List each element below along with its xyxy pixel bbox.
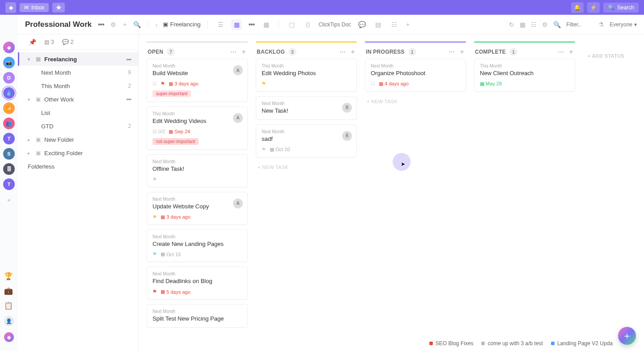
search-icon[interactable]: 🔍 (553, 21, 561, 28)
assignee-avatar[interactable]: A (233, 65, 243, 75)
due-date[interactable]: ▦ 5 days ago (161, 289, 191, 295)
assignee-scope[interactable]: Everyone ▾ (610, 21, 637, 28)
app-logo-icon[interactable]: ◆ (5, 2, 16, 13)
show-icon[interactable]: ⚙ (542, 21, 548, 28)
sidebar-item[interactable]: ▸▣Exciting Folder (18, 146, 138, 160)
workspace-chip[interactable]: 🗄 (3, 163, 15, 175)
column-menu-icon[interactable]: ⋯ (230, 48, 237, 55)
global-search-button[interactable]: 🔍 Search (603, 3, 639, 13)
sidebar-item[interactable]: ▸▣New Folder (18, 133, 138, 146)
assignee-avatar[interactable]: B (342, 103, 352, 113)
sidebar-item[interactable]: This Month2 (18, 79, 138, 93)
sidebar-item[interactable]: GTD2 (18, 119, 138, 133)
task-card[interactable]: Next MonthFind Deadlinks on Blog⚑▦ 5 day… (147, 266, 248, 300)
column-menu-icon[interactable]: ⋯ (449, 48, 455, 55)
tag-chip[interactable]: super-important (153, 90, 191, 97)
due-date[interactable]: ▦ Oct 15 (161, 251, 181, 257)
tag-chip[interactable]: not-super-important (153, 138, 199, 145)
task-card[interactable]: Next MonthOffline Task!⚑ (147, 154, 248, 187)
tray-item[interactable]: come up with 3 a/b test (481, 340, 542, 347)
sidebar-item[interactable]: ▾▣Freelancing••• (18, 52, 138, 66)
due-date[interactable]: ▦ Oct 10 (270, 147, 290, 152)
doc-view-button[interactable]: ▢ (286, 19, 297, 30)
sidebar-item[interactable]: Next Month9 (18, 66, 138, 79)
due-date[interactable]: ▦ May 28 (480, 81, 502, 87)
task-card[interactable]: Next MonthSplit Test New Pricing Page (147, 304, 248, 328)
doc-name[interactable]: ClickTips Doc (318, 21, 351, 28)
task-card[interactable]: Next MonthsadfB⚑▦ Oct 10 (256, 124, 357, 157)
assignee-avatar[interactable]: B (342, 131, 352, 141)
task-card[interactable]: Next MonthUpdate Website CopyA⚑▦ 3 days … (147, 192, 248, 225)
app-settings-icon[interactable]: ◆ (4, 332, 14, 342)
list-view-button[interactable]: ☰ (215, 19, 226, 30)
priority-flag-icon[interactable]: ⚑ (153, 289, 157, 295)
column-add-icon[interactable]: ＋ (241, 48, 247, 56)
calendar-view-button[interactable]: ▦ (261, 19, 271, 30)
board-view-button[interactable]: ▦ (231, 19, 242, 30)
tray-item[interactable]: SEO Blog Fixes (429, 340, 474, 347)
search-icon[interactable]: 🔍 (133, 21, 141, 28)
inbox-button[interactable]: ✉ Inbox (20, 3, 49, 12)
due-date[interactable]: ▦ 4 days ago (379, 81, 409, 87)
sidebar-item[interactable]: List (18, 106, 138, 119)
settings-icon[interactable]: ⚙ (110, 21, 116, 28)
workspace-chip[interactable]: T (3, 133, 15, 144)
workspace-chip[interactable]: 📷 (3, 57, 15, 68)
row-menu-icon[interactable]: ••• (126, 56, 131, 63)
workspace-home-icon[interactable]: ◆ (3, 42, 15, 53)
pin-icon[interactable]: 📌 (29, 38, 36, 46)
sidebar-tab-lists[interactable]: ▤3 (44, 39, 54, 45)
column-add-icon[interactable]: ＋ (350, 48, 356, 56)
chat-view-button[interactable]: 💬 (356, 19, 367, 30)
view-menu-button[interactable]: ••• (247, 21, 255, 29)
due-date[interactable]: ▦ Sep 24 (169, 129, 190, 135)
task-card[interactable]: Next MonthCreate New Landing Pages⚑▦ Oct… (147, 229, 248, 262)
priority-flag-icon[interactable]: ⚑ (153, 177, 157, 182)
filter-input[interactable] (566, 21, 593, 28)
briefcase-icon[interactable]: 💼 (4, 287, 14, 295)
due-date[interactable]: ▦ 3 days ago (169, 81, 199, 87)
priority-flag-icon[interactable]: ⚑ (161, 81, 165, 87)
workspace-chip[interactable]: D (3, 72, 15, 84)
column-add-icon[interactable]: ＋ (568, 48, 574, 56)
add-icon[interactable]: ＋ (122, 21, 128, 29)
task-card[interactable]: This MonthEdit Wedding Photos⚑ (256, 59, 357, 92)
task-card[interactable]: Next MonthOrganize Photoshoot☷▦ 4 days a… (365, 59, 466, 92)
priority-flag-icon[interactable]: ⚑ (153, 251, 157, 257)
workspace-chip[interactable]: T (3, 178, 15, 190)
quick-create-button[interactable]: ＋ (618, 327, 636, 345)
space-title[interactable]: Professional Work (25, 20, 92, 29)
assignee-avatar[interactable]: A (233, 199, 243, 208)
task-card[interactable]: This MonthEdit Wedding VideosA☑ 0/2▦ Sep… (147, 106, 248, 150)
due-date[interactable]: ▦ 3 days ago (161, 214, 191, 220)
sidebar-tab-docs[interactable]: 💬2 (62, 39, 74, 45)
row-menu-icon[interactable]: ••• (126, 96, 131, 103)
assignee-avatar[interactable]: A (233, 113, 243, 123)
column-menu-icon[interactable]: ⋯ (339, 48, 346, 55)
task-card[interactable]: Next MonthNew Task!B (256, 96, 357, 120)
notifications-button[interactable]: 🔔 (571, 2, 584, 13)
tray-item[interactable]: Landing Page V2 Upda (551, 340, 613, 347)
filter-icon[interactable]: ⚗ (598, 21, 604, 28)
trophy-icon[interactable]: 🏆 (4, 272, 14, 280)
task-card[interactable]: This MonthNew Client Outreach▦ May 28 (474, 59, 575, 92)
embed-view-button[interactable]: ⟨⟩ (302, 19, 313, 30)
table-view-button[interactable]: ▤ (373, 19, 383, 30)
space-menu-button[interactable]: ••• (97, 21, 105, 29)
priority-flag-icon[interactable]: ⚑ (153, 214, 157, 220)
breadcrumb-folder[interactable]: ▣ Freelancing (163, 21, 200, 28)
sidebar-item[interactable]: Folderless (18, 160, 138, 173)
favorites-button[interactable]: ★ (52, 3, 65, 13)
new-task-button[interactable]: + NEW TASK (365, 96, 466, 107)
group-icon[interactable]: ▦ (520, 21, 525, 28)
subtasks-icon[interactable]: ☷ (531, 21, 537, 28)
column-add-icon[interactable]: ＋ (459, 48, 465, 56)
column-menu-icon[interactable]: ⋯ (558, 48, 564, 55)
workspace-chip[interactable]: 📶 (3, 102, 15, 114)
priority-flag-icon[interactable]: ⚑ (262, 81, 266, 87)
sidebar-item[interactable]: ▾▣Other Work••• (18, 93, 138, 106)
gantt-view-button[interactable]: ☷ (389, 19, 399, 30)
add-workspace-button[interactable]: ＋ (6, 196, 12, 204)
workspace-chip[interactable]: 👥 (3, 118, 15, 129)
user-avatar[interactable]: 👤 (4, 316, 14, 326)
